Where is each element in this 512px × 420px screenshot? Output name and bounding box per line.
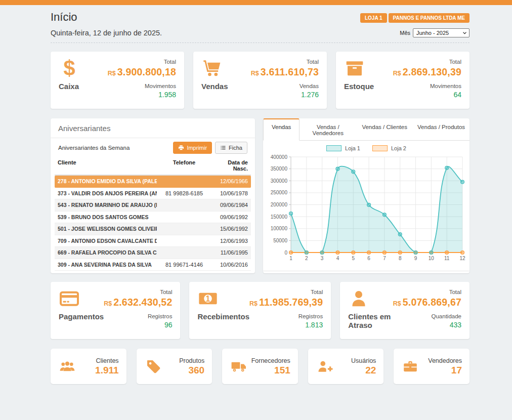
svg-text:2: 2 (305, 256, 308, 261)
total-label: Total (251, 58, 319, 66)
birthday-row[interactable]: 373 - VALDIR DOS ANJOS PEREIRA (AN... 81… (55, 188, 251, 200)
birthday-row[interactable]: 543 - RENATO MARINHO DE ARAUJO (F... 09/… (55, 199, 251, 212)
svg-text:150000: 150000 (271, 214, 288, 220)
chart-tab[interactable]: Vendas / Vendedores (300, 118, 356, 140)
currency-prefix: R$ (104, 300, 112, 307)
birthday-row[interactable]: 669 - RAFAELA PROCOPIO DA SILVA CA... 11… (55, 247, 251, 259)
svg-text:5: 5 (352, 256, 355, 261)
summary-card: Estoque Total R$2.869.130,39 Movimentos … (336, 52, 470, 109)
svg-text:10: 10 (429, 256, 435, 261)
birthdays-panel-title: Aniversariantes (51, 118, 255, 138)
svg-text:50000: 50000 (273, 238, 287, 243)
birthday-row[interactable]: 539 - BRUNO DOS SANTOS GOMES 09/06/1992 (55, 212, 251, 224)
total-label: Total (393, 288, 461, 296)
stat-label: Clientes (95, 357, 119, 364)
stat-card-values: Produtos 360 (179, 357, 204, 376)
birthday-client: 709 - ANTONIO EDSON CAVALCANTE D... (58, 238, 157, 244)
stat-value: 1.911 (95, 365, 119, 376)
total-value: 2.869.130,39 (403, 66, 461, 77)
stat-card: Vendedores 17 (394, 349, 470, 384)
birthday-row[interactable]: 309 - ANA SEVERINA PAES DA SILVA 81 9967… (55, 259, 251, 271)
total-label: Total (108, 58, 176, 66)
sales-chart-svg: 0500001000001500002000002500003000003500… (267, 152, 465, 269)
legend-item[interactable]: Loja 2 (372, 145, 406, 151)
credit-card-icon (59, 288, 80, 309)
month-select-value: Junho - 2025 (416, 30, 449, 36)
summary-card: Vendas Total R$3.611.610,73 Vendas 1.276 (193, 52, 327, 109)
stat-card: Fornecedores 151 (222, 349, 298, 384)
tag-icon (144, 358, 162, 374)
tag-icon (144, 358, 162, 374)
chart-tab[interactable]: Vendas (263, 118, 300, 141)
birthday-client: 373 - VALDIR DOS ANJOS PEREIRA (AN... (58, 190, 157, 196)
column-header-client: Cliente (58, 159, 157, 172)
total-label: Total (249, 288, 323, 296)
month-picker: Mês Junho - 2025 (400, 28, 470, 37)
birthday-client: 539 - BRUNO DOS SANTOS GOMES (58, 214, 157, 220)
birthday-client: 543 - RENATO MARINHO DE ARAUJO (F... (58, 202, 157, 208)
svg-text:350000: 350000 (271, 166, 288, 172)
metric-label: Movimentos (108, 82, 176, 90)
person-icon (348, 288, 369, 309)
chart-panel-footer (263, 271, 470, 273)
birthday-date: 09/06/1984 (211, 202, 248, 208)
chart-tabs: VendasVendas / VendedoresVendas / Client… (263, 118, 470, 141)
chart-legend: Loja 1 Loja 2 (263, 145, 470, 151)
metric-value: 64 (393, 90, 461, 100)
print-button[interactable]: Imprimir (173, 142, 212, 154)
svg-text:200000: 200000 (271, 202, 288, 207)
currency-prefix: R$ (251, 70, 259, 77)
legend-item[interactable]: Loja 1 (326, 145, 360, 151)
truck-icon (230, 358, 248, 374)
briefcase-icon (401, 358, 419, 374)
stat-value: 17 (428, 365, 462, 376)
summary-card-left: Vendas (201, 58, 228, 104)
metric-value: 1.276 (251, 90, 319, 100)
total-value: 5.076.869,67 (403, 297, 461, 308)
summary-card-label: Recebimentos (197, 312, 249, 321)
birthdays-table-header: Cliente Telefone Data de Nasc. (55, 157, 251, 176)
svg-text:1: 1 (289, 256, 292, 261)
svg-text:4: 4 (336, 256, 339, 261)
birthday-client: 278 - ANTONIO EMIDIO DA SILVA (PALE... (58, 178, 157, 184)
chart-tab[interactable]: Vendas / Produtos (413, 118, 470, 140)
store-button[interactable]: LOJA 1 (360, 13, 387, 23)
ficha-button[interactable]: Ficha (215, 142, 247, 154)
currency-prefix: R$ (249, 300, 258, 307)
legend-swatch (326, 145, 342, 151)
birthday-row[interactable]: 501 - JOSE WELISSON GOMES OLIVEIR... 15/… (55, 223, 251, 235)
birthday-client: 309 - ANA SEVERINA PAES DA SILVA (58, 262, 157, 268)
month-select[interactable]: Junho - 2025 (413, 28, 470, 37)
ficha-button-label: Ficha (229, 145, 242, 151)
chart-tab[interactable]: Vendas / Clientes (356, 118, 413, 140)
box-icon (344, 58, 365, 78)
summary-card-label: Estoque (344, 82, 374, 91)
summary-card-values: Total R$3.900.800,18 Movimentos 1.958 (108, 58, 176, 104)
birthday-phone: 81 99828-6185 (157, 190, 211, 196)
stat-card: Clientes 1.911 (51, 349, 126, 384)
birthdays-subtitle: Aniversariantes da Semana (58, 145, 130, 151)
company-button[interactable]: PANNOS E PANNOS LTDA ME (389, 13, 470, 23)
stat-value: 151 (251, 365, 290, 376)
summary-card-left: 1 Recebimentos (197, 288, 249, 334)
birthday-date: 12/06/1966 (211, 178, 248, 184)
person-icon (348, 288, 369, 309)
summary-card-values: Total R$5.076.869,67 Quantidade 433 (393, 288, 461, 334)
truck-icon (230, 358, 248, 374)
summary-card: Pagamentos Total R$2.632.430,52 Registro… (51, 282, 180, 339)
svg-text:3: 3 (321, 256, 324, 261)
birthday-row[interactable]: 278 - ANTONIO EMIDIO DA SILVA (PALE... 1… (55, 176, 251, 188)
svg-text:250000: 250000 (271, 190, 288, 195)
birthdays-buttons: Imprimir Ficha (173, 142, 247, 154)
panels-row: Aniversariantes Aniversariantes da Seman… (51, 118, 470, 273)
birthday-row[interactable]: 709 - ANTONIO EDSON CAVALCANTE D... 12/0… (55, 235, 251, 247)
dollar-icon: $ (59, 58, 80, 78)
birthday-date: 10/06/2016 (211, 262, 248, 268)
print-button-label: Imprimir (187, 145, 207, 151)
svg-text:7: 7 (383, 256, 386, 261)
summary-card-values: Total R$11.985.769,39 Registros 1.813 (249, 288, 323, 334)
total-value: 3.900.800,18 (117, 66, 176, 77)
summary-cards-bottom: Pagamentos Total R$2.632.430,52 Registro… (51, 282, 470, 339)
metric-label: Vendas (251, 82, 319, 90)
svg-text:400000: 400000 (271, 154, 288, 160)
